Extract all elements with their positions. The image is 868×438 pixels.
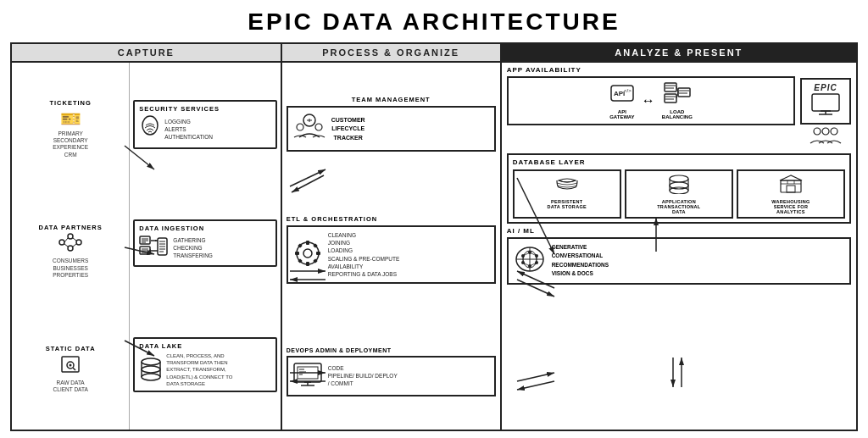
devops-section: DEVOPS ADMIN & DEPLOYMENT	[287, 347, 496, 396]
ticketing-block: TICKETING 🎫 PRIMARY SECONDARY EXPERIENCE…	[15, 99, 125, 159]
analyze-body: APP AVAILABILITY API </>	[502, 63, 856, 430]
svg-point-81	[831, 128, 837, 135]
aiml-text: GENERATIVE CONVERSATIONAL RECOMMENDATION…	[552, 243, 609, 279]
svg-rect-75	[812, 94, 839, 111]
app-avail-arrow: ↔	[642, 93, 655, 108]
security-text: LOGGING ALERTS AUTHENTICATION	[164, 118, 213, 141]
data-partners-label: DATA PARTNERS	[39, 224, 103, 231]
static-data-block: STATIC DATA RAW DATA CLIENT DATA	[15, 345, 125, 394]
capture-body: TICKETING 🎫 PRIMARY SECONDARY EXPERIENCE…	[12, 63, 281, 430]
aiml-title: AI / ML	[507, 227, 851, 235]
svg-point-88	[670, 187, 688, 194]
svg-point-42	[315, 124, 322, 130]
process-column: PROCESS & ORGANIZE TEAM MANAGEMENT	[282, 44, 502, 430]
svg-rect-91	[787, 186, 795, 192]
capture-sources: TICKETING 🎫 PRIMARY SECONDARY EXPERIENCE…	[12, 63, 130, 430]
epic-people-icon	[809, 126, 843, 148]
aiml-section: AI / ML	[507, 227, 851, 426]
security-title: SECURITY SERVICES	[139, 105, 270, 113]
data-partners-block: DATA PARTNERS	[15, 224, 125, 279]
load-balancing-icon	[664, 82, 691, 108]
svg-rect-47	[295, 252, 299, 255]
team-mgmt-box: CUSTOMER LIFECYCLE TRACKER	[287, 106, 496, 152]
lake-icon	[139, 356, 163, 385]
app-transactional-icon	[666, 174, 692, 197]
load-balancing-item: LOADBALANCING	[662, 82, 693, 119]
svg-point-79	[814, 128, 821, 135]
svg-point-1	[68, 234, 73, 239]
svg-line-5	[73, 238, 76, 241]
etl-text: CLEANING JOINING LOADING SCALING & PRE-C…	[328, 231, 400, 278]
svg-rect-64	[665, 83, 676, 91]
svg-rect-53	[294, 363, 321, 382]
data-partners-sub: CONSUMERS BUSINESSES PROPERTIES	[53, 258, 88, 279]
svg-point-3	[68, 246, 73, 251]
svg-rect-45	[306, 241, 309, 245]
ticketing-icon: 🎫	[60, 108, 81, 129]
svg-point-10	[70, 363, 72, 366]
warehousing-icon	[778, 174, 804, 197]
team-mgmt-sub: CUSTOMER LIFECYCLE TRACKER	[331, 116, 365, 143]
ticketing-label: TICKETING	[49, 99, 91, 107]
ingestion-title: DATA INGESTION	[139, 225, 270, 232]
static-data-icon	[58, 354, 82, 378]
epic-section: EPIC	[800, 66, 851, 148]
db-layer-section: DATABASE LAYER	[507, 153, 851, 224]
diagram-area: CAPTURE TICKETING 🎫 PRIMARY SECONDARY EX…	[10, 42, 858, 431]
ticketing-sub: PRIMARY SECONDARY EXPERIENCE CRM	[53, 130, 88, 159]
svg-line-6	[73, 244, 76, 247]
svg-point-2	[76, 240, 81, 245]
app-transactional-box: APPLICATIONTRANSACTIONALDATA	[625, 169, 733, 219]
svg-marker-90	[780, 175, 802, 180]
aiml-icon	[513, 244, 547, 278]
devops-icon	[292, 362, 323, 391]
team-mgmt-icon	[292, 112, 326, 146]
lake-text: CLEAN, PROCESS, AND TRANSFORM DATA THEN …	[166, 352, 232, 388]
epic-monitor-box: EPIC	[800, 78, 851, 125]
app-transactional-label: APPLICATIONTRANSACTIONALDATA	[657, 199, 700, 214]
app-avail-box: API </> APIGATEWAY ↔	[507, 76, 795, 125]
db-layer-title: DATABASE LAYER	[513, 158, 845, 166]
api-gateway-item: API </> APIGATEWAY	[609, 82, 635, 119]
api-gateway-label: APIGATEWAY	[609, 109, 634, 119]
analyze-header: ANALYZE & PRESENT	[502, 44, 856, 63]
app-avail-title: APP AVAILABILITY	[507, 66, 795, 74]
lake-box: DATA LAKE	[133, 337, 276, 393]
analyze-top: APP AVAILABILITY API </>	[507, 66, 851, 148]
load-balancing-label: LOADBALANCING	[662, 109, 693, 119]
svg-rect-46	[306, 262, 309, 266]
aiml-box: GENERATIVE CONVERSATIONAL RECOMMENDATION…	[507, 237, 851, 285]
analyze-bottom: AI / ML	[507, 227, 851, 426]
epic-logo-text: EPIC	[814, 83, 837, 92]
svg-line-11	[73, 368, 75, 370]
devops-text: CODE PIPELINE/ BUILD/ DEPLOY / COMMIT	[328, 364, 398, 387]
svg-rect-70	[678, 88, 690, 97]
capture-header: CAPTURE	[12, 44, 281, 63]
ingestion-text: GATHERING CHECKING TRANSFERING	[173, 236, 213, 259]
svg-point-31	[142, 358, 160, 365]
static-data-sub: RAW DATA CLIENT DATA	[53, 380, 88, 394]
analyze-column: ANALYZE & PRESENT APP AVAILABILITY	[502, 44, 856, 430]
capture-column: CAPTURE TICKETING 🎫 PRIMARY SECONDARY EX…	[12, 44, 282, 430]
svg-point-82	[670, 175, 688, 182]
devops-title: DEVOPS ADMIN & DEPLOYMENT	[287, 347, 496, 353]
svg-rect-54	[298, 367, 318, 379]
svg-line-7	[64, 244, 68, 247]
svg-rect-48	[316, 252, 320, 255]
etl-box: CLEANING JOINING LOADING SCALING & PRE-C…	[287, 225, 496, 284]
epic-monitor-icon	[810, 92, 841, 119]
persistent-storage-icon	[554, 174, 580, 197]
team-mgmt-section: TEAM MANAGEMENT	[287, 96, 496, 152]
etl-title: ETL & ORCHESTRATION	[287, 215, 496, 223]
svg-point-80	[822, 128, 829, 135]
process-header: PROCESS & ORGANIZE	[282, 44, 500, 63]
svg-point-44	[303, 249, 312, 258]
svg-text:</>: </>	[624, 88, 632, 93]
svg-rect-67	[665, 94, 676, 103]
data-partners-icon	[58, 233, 82, 256]
api-gateway-icon: API </>	[609, 82, 635, 108]
svg-rect-89	[781, 180, 801, 192]
security-box: SECURITY SERVICES	[133, 100, 276, 149]
etl-icon	[292, 238, 323, 272]
persistent-storage-box: PERSISTENTDATA STORAGE	[513, 169, 621, 219]
